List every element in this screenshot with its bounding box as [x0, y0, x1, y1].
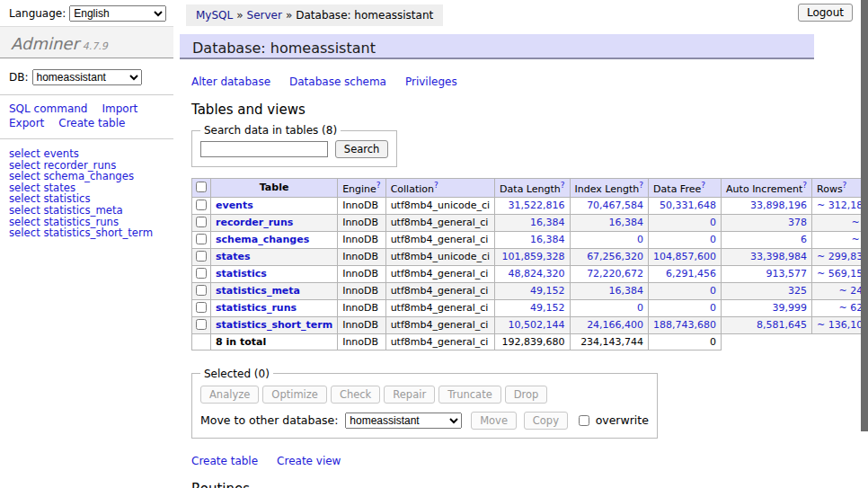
column-header-engine: Engine?	[338, 179, 385, 198]
truncate-button[interactable]: Truncate	[438, 386, 501, 404]
create-links: Create tableCreate view	[191, 455, 814, 467]
cell-select	[192, 316, 211, 333]
total-cell: 234,143,744	[570, 333, 649, 350]
cell-collation: utf8mb4_general_ci	[385, 282, 494, 299]
column-help-link[interactable]: ?	[639, 181, 643, 190]
cell-table: statistics_runs	[211, 299, 338, 316]
total-cell: 192,839,680	[495, 333, 570, 350]
table-name-link[interactable]: statistics_meta	[216, 285, 300, 297]
cell-index_length: 24,166,400	[570, 316, 649, 333]
cell-auto_increment: 325	[722, 282, 812, 299]
scrollbar-thumb[interactable]	[861, 0, 868, 431]
search-input[interactable]	[200, 141, 328, 157]
column-help-link[interactable]: ?	[843, 181, 847, 190]
sidebar-select-schema-changes[interactable]: select schema_changes	[9, 171, 166, 182]
sidebar-link-export[interactable]: Export	[9, 117, 44, 129]
cell-select	[192, 214, 211, 231]
search-button[interactable]: Search	[335, 140, 389, 158]
link-privileges[interactable]: Privileges	[405, 75, 457, 88]
search-legend: Search data in tables (8)	[200, 124, 341, 137]
link-database-schema[interactable]: Database schema	[289, 75, 386, 88]
cell-select	[192, 299, 211, 316]
cell-data_free: 0	[649, 282, 722, 299]
cell-index_length: 16,384	[570, 282, 649, 299]
cell-table: recorder_runs	[211, 214, 338, 231]
link-create-table[interactable]: Create table	[191, 455, 258, 467]
row-checkbox[interactable]	[196, 251, 207, 262]
drop-button[interactable]: Drop	[505, 386, 548, 404]
column-header-rows: Rows?	[812, 179, 868, 198]
move-to-db-label: Move to other database:	[200, 413, 338, 427]
move-button[interactable]: Move	[471, 412, 517, 430]
cell-data_length: 49,152	[495, 299, 570, 316]
sidebar-select-events[interactable]: select events	[9, 148, 166, 160]
column-help-link[interactable]: ?	[434, 181, 438, 190]
table-name-link[interactable]: statistics_runs	[216, 302, 297, 314]
cell-data_free: 0	[649, 231, 722, 248]
table-name-link[interactable]: events	[216, 200, 253, 211]
cell-data_length: 16,384	[495, 231, 570, 248]
logout-button[interactable]: Logout	[798, 4, 853, 22]
cell-data_free: 0	[649, 299, 722, 316]
sidebar-link-import[interactable]: Import	[102, 102, 137, 115]
row-checkbox[interactable]	[196, 302, 207, 313]
cell-index_length: 0	[570, 231, 649, 248]
row-checkbox[interactable]	[196, 268, 207, 279]
optimize-button[interactable]: Optimize	[262, 386, 327, 404]
breadcrumb-link-mysql[interactable]: MySQL	[196, 9, 233, 22]
db-select[interactable]: homeassistant	[32, 69, 142, 85]
scrollbar-track[interactable]	[861, 0, 868, 488]
app-name: Adminer	[11, 34, 79, 53]
cell-select	[192, 282, 211, 299]
column-header-data_length: Data Length?	[495, 179, 570, 198]
sidebar-select-statistics-meta[interactable]: select statistics_meta	[9, 205, 166, 217]
select-all-checkbox[interactable]	[196, 182, 207, 192]
database-links: Alter databaseDatabase schemaPrivileges	[191, 75, 814, 88]
cell-select	[192, 197, 211, 214]
cell-auto_increment: 913,577	[722, 265, 812, 282]
link-create-view[interactable]: Create view	[277, 455, 341, 467]
cell-auto_increment: 39,999	[722, 299, 812, 316]
row-checkbox[interactable]	[196, 285, 207, 296]
breadcrumb-link-server[interactable]: Server	[247, 9, 282, 22]
link-alter-database[interactable]: Alter database	[191, 75, 270, 88]
row-checkbox[interactable]	[196, 319, 207, 330]
overwrite-label: overwrite	[596, 413, 649, 427]
column-help-link[interactable]: ?	[701, 181, 705, 190]
adminer-logo: Adminer4.7.9	[0, 26, 173, 58]
column-help-link[interactable]: ?	[802, 181, 807, 190]
row-checkbox[interactable]	[196, 234, 207, 244]
table-row: statistics_runsInnoDButf8mb4_general_ci4…	[192, 299, 868, 316]
cell-rows: ~ 569,159	[812, 265, 868, 282]
row-checkbox[interactable]	[196, 200, 207, 210]
column-help-link[interactable]: ?	[376, 181, 381, 190]
overwrite-checkbox[interactable]	[579, 415, 589, 426]
cell-data_length: 48,824,320	[495, 265, 570, 282]
repair-button[interactable]: Repair	[384, 386, 435, 404]
sidebar-link-sql-command[interactable]: SQL command	[9, 102, 87, 115]
table-name-link[interactable]: schema_changes	[216, 234, 309, 245]
sidebar-select-statistics-short-term[interactable]: select statistics_short_term	[9, 227, 166, 239]
table-name-link[interactable]: states	[216, 251, 251, 262]
cell-index_length: 0	[570, 299, 649, 316]
table-name-link[interactable]: recorder_runs	[216, 217, 293, 228]
table-row: eventsInnoDButf8mb4_unicode_ci31,522,816…	[192, 197, 868, 214]
table-name-link[interactable]: statistics_short_term	[216, 319, 332, 331]
table-name-link[interactable]: statistics	[216, 268, 267, 279]
tables-overview-table: TableEngine?Collation?Data Length?Index …	[191, 178, 868, 350]
total-cell	[192, 333, 211, 350]
total-cell: 0	[649, 333, 722, 350]
copy-button[interactable]: Copy	[524, 412, 568, 430]
analyze-button[interactable]: Analyze	[200, 386, 259, 404]
sidebar-link-create-table[interactable]: Create table	[58, 117, 125, 129]
move-db-select[interactable]: homeassistant	[345, 413, 462, 429]
row-checkbox[interactable]	[196, 217, 207, 227]
check-button[interactable]: Check	[331, 386, 380, 404]
sidebar-action-line: ExportCreate table	[9, 116, 166, 130]
column-help-link[interactable]: ?	[561, 181, 565, 190]
sidebar-actions: SQL commandImportExportCreate table	[0, 95, 173, 139]
language-select[interactable]: English	[69, 5, 166, 22]
selected-fieldset: Selected (0) AnalyzeOptimizeCheckRepairT…	[191, 368, 658, 439]
cell-rows: ~ 628	[812, 299, 868, 316]
cell-auto_increment: 33,398,984	[722, 248, 812, 265]
